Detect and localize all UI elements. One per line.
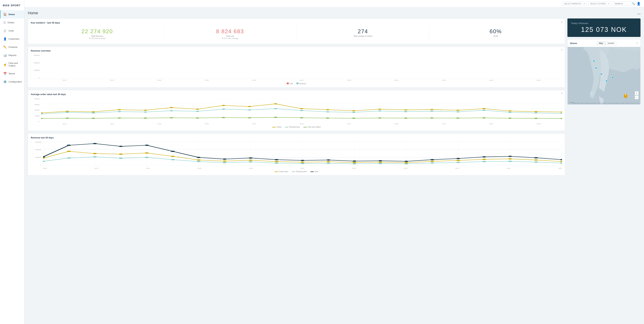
r30-dot [508, 161, 512, 162]
line-dot [534, 118, 538, 119]
revenue-overview-close[interactable]: × [561, 48, 563, 52]
user-icon[interactable]: 👤 [637, 2, 640, 6]
cost-legend-dot [287, 82, 289, 84]
line-dot [326, 109, 330, 110]
r30-dot [274, 159, 278, 160]
line-dot [248, 106, 251, 107]
r30-dot [560, 162, 562, 164]
select-stores[interactable]: SELECT STORES [588, 2, 611, 6]
bar-x-label: 07.02 [326, 80, 372, 81]
sidebar-item-click-collect[interactable]: ☝️ Click and Collect [0, 59, 24, 70]
kn-revenue: 22 274 920 Total Revenue 81 295 order av… [31, 26, 164, 41]
store-marker-3[interactable] [600, 73, 602, 75]
sidebar-label-home: Home [8, 13, 15, 16]
revenue-overview-title: Revenue overview [31, 50, 562, 52]
r30-dot [248, 160, 252, 161]
sidebar-label-orders: Orders [8, 21, 14, 24]
stores-map-container: + − Google Map data ©2020 GeoBasis-DE/BK… [568, 47, 640, 104]
store-marker-5[interactable] [612, 76, 614, 78]
r30-dot [430, 162, 434, 164]
customers-icon: 👤 [3, 37, 7, 40]
map-tab-map[interactable]: Map [597, 41, 605, 45]
kn-revenue-label: Total Revenue [31, 35, 164, 37]
r30-dot [93, 156, 97, 158]
online-legend-line [272, 127, 276, 128]
avg-x-label: 10.02 [373, 123, 420, 125]
r30-dot [248, 158, 252, 158]
line-dot [66, 112, 69, 113]
r30-dot [300, 163, 304, 164]
avg-order-card: Average order value last 30 days × 20000… [28, 90, 565, 131]
map-zoom-out[interactable]: − [635, 96, 638, 99]
r30-dot [560, 159, 562, 160]
main-column: Key numbers - last 30 days × 22 274 920 … [28, 18, 565, 176]
more-icon[interactable]: ••• [637, 12, 640, 16]
map-tab-satellite[interactable]: Satellite [605, 41, 616, 45]
r30-dot [430, 159, 434, 160]
sidebar-item-carts[interactable]: 🛒 Carts [0, 27, 24, 35]
avg-x-label: 04.02 [278, 123, 325, 125]
avg-x-label: 26.01 [136, 123, 183, 125]
bar-x-label: 20.01 [41, 80, 88, 81]
avg-x-label: 16.02 [468, 123, 514, 125]
avg-order-title: Average order value last 30 days [31, 93, 562, 96]
stores-map-close[interactable]: × [636, 42, 638, 45]
line-dot [534, 112, 538, 113]
kn-profit-value: 60% [430, 28, 562, 35]
carts-icon: 🛒 [3, 29, 7, 32]
store-marker-special[interactable] [624, 94, 627, 98]
line-dot [560, 118, 562, 119]
kn-cost-sub: 32 207 order average [164, 38, 296, 39]
sidebar-item-products[interactable]: ✏️ Products [0, 43, 24, 51]
line-dot [196, 109, 199, 110]
r30-dot [404, 162, 408, 163]
kn-orders-label: Total number of orders [296, 35, 429, 37]
content-area: Home ••• Key numbers - last 30 days × 22… [24, 7, 644, 324]
sidebar-item-configuration[interactable]: ⚙️ Configuration [0, 78, 24, 86]
sidebar-item-home[interactable]: 🏠 Home [0, 10, 24, 18]
line-dot [41, 113, 43, 114]
map-zoom-in[interactable]: + [635, 91, 638, 95]
key-numbers-close[interactable]: × [561, 20, 563, 24]
sidebar-label-customers: Customers [8, 38, 20, 40]
line-dot [144, 112, 147, 112]
todays-revenue-label: Today's Revenue [571, 22, 637, 24]
r30-online-line [275, 172, 278, 172]
r30-dot [93, 153, 97, 154]
r30-dot [145, 157, 149, 158]
page-title: Home [28, 11, 38, 15]
stores-map-tabs: Map Satellite [597, 41, 616, 45]
map-zoom-controls: + − [635, 91, 638, 99]
avg-order-close[interactable]: × [561, 92, 563, 95]
r30-dot [67, 158, 71, 158]
store-marker-2[interactable] [595, 67, 597, 69]
reports-icon: 📊 [3, 54, 7, 57]
line-dot [248, 117, 251, 118]
line-dot [534, 111, 538, 112]
revenue-30days-x-axis: 20.0123.0126.0129.0101.0204.0207.0210.02… [43, 168, 562, 169]
store-marker-4[interactable] [606, 80, 608, 82]
avg-order-svg [41, 98, 562, 119]
page-header: Home ••• [28, 11, 640, 16]
sidebar-item-stores[interactable]: 📅 Stores [0, 70, 24, 78]
select-stores-wrap: SELECT STORES ▼ [588, 2, 611, 6]
stores-map-card: Stores Map Satellite × [568, 39, 640, 105]
r30-x-label: 19.02 [558, 168, 562, 169]
r30-dot [300, 160, 304, 161]
sidebar-item-customers[interactable]: 👤 Customers [0, 35, 24, 43]
sidebar-item-reports[interactable]: 📊 Reports [0, 51, 24, 59]
bar-x-label: 13.02 [420, 80, 467, 81]
avg-order-x-axis: 20.0123.0126.0129.0101.0204.0207.0210.02… [31, 123, 562, 125]
sidebar-label-reports: Reports [8, 54, 16, 56]
line-dot [222, 117, 225, 118]
r30-x-label: 10.02 [404, 168, 408, 169]
sidebar-item-orders[interactable]: ☰ Orders [0, 18, 24, 27]
key-numbers-title: Key numbers - last 30 days [31, 22, 562, 24]
line-dot [482, 117, 486, 118]
r30-dot [171, 156, 175, 157]
r30-x-label: 13.02 [455, 168, 459, 169]
bar-x-label: 01.02 [231, 80, 278, 81]
select-markets[interactable]: SELECT MARKETS [562, 2, 586, 6]
r30-dot [456, 162, 460, 163]
store-marker-1[interactable] [593, 60, 595, 62]
